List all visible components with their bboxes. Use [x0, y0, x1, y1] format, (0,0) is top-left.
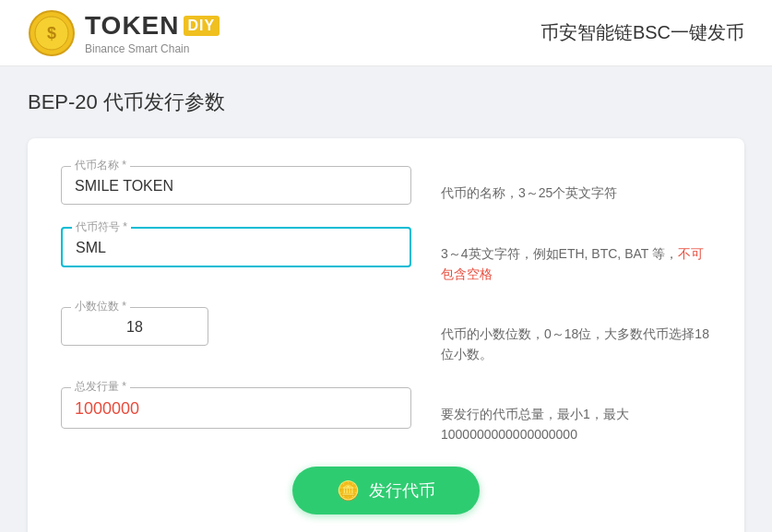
decimal-label: 小数位数 *	[71, 299, 130, 314]
supply-field-group: 总发行量 *	[61, 387, 411, 429]
logo-diy-label: DIY	[184, 16, 220, 36]
issue-button[interactable]: 🪙 发行代币	[292, 467, 480, 514]
name-hint: 代币的名称，3～25个英文字符	[441, 166, 711, 203]
main-content: BEP-20 代币发行参数 代币名称 * 代币的名称，3～25个英文字符 代币符…	[0, 66, 772, 532]
logo-text: TOKEN DIY Binance Smart Chain	[85, 11, 220, 55]
name-input[interactable]	[75, 178, 398, 195]
button-area: 🪙 发行代币	[61, 467, 711, 524]
form-row-supply: 总发行量 * 要发行的代币总量，最小1，最大100000000000000000…	[61, 387, 711, 445]
supply-input[interactable]	[75, 399, 398, 419]
form-card: 代币名称 * 代币的名称，3～25个英文字符 代币符号 * 3～4英文字符，例如…	[28, 138, 744, 532]
form-row-decimal: 小数位数 * 代币的小数位数，0～18位，大多数代币选择18位小数。	[61, 307, 711, 365]
logo-coin-icon: $	[28, 9, 76, 57]
issue-button-label: 发行代币	[369, 479, 435, 502]
form-row-name: 代币名称 * 代币的名称，3～25个英文字符	[61, 166, 711, 205]
decimal-hint: 代币的小数位数，0～18位，大多数代币选择18位小数。	[441, 307, 711, 365]
supply-hint: 要发行的代币总量，最小1，最大1000000000000000000	[441, 387, 711, 445]
decimal-input[interactable]	[75, 319, 195, 336]
symbol-label: 代币符号 *	[72, 219, 131, 235]
page-title: BEP-20 代币发行参数	[28, 89, 744, 116]
name-field-group: 代币名称 *	[61, 166, 411, 205]
logo-token-label: TOKEN	[85, 11, 180, 41]
symbol-input[interactable]	[76, 240, 397, 256]
header: $ TOKEN DIY Binance Smart Chain 币安智能链BSC…	[0, 0, 772, 66]
logo-area: $ TOKEN DIY Binance Smart Chain	[28, 9, 220, 57]
coin-stack-icon: 🪙	[337, 479, 360, 502]
symbol-hint: 3～4英文字符，例如ETH, BTC, BAT 等，不可包含空格	[441, 227, 711, 285]
symbol-field-group: 代币符号 *	[61, 227, 411, 267]
svg-text:$: $	[47, 24, 56, 42]
logo-subtitle: Binance Smart Chain	[85, 42, 220, 55]
supply-label: 总发行量 *	[71, 379, 130, 395]
header-right-text: 币安智能链BSC一键发币	[540, 20, 744, 45]
decimal-field-group: 小数位数 *	[61, 307, 208, 346]
form-row-symbol: 代币符号 * 3～4英文字符，例如ETH, BTC, BAT 等，不可包含空格	[61, 227, 711, 285]
name-label: 代币名称 *	[71, 158, 130, 173]
